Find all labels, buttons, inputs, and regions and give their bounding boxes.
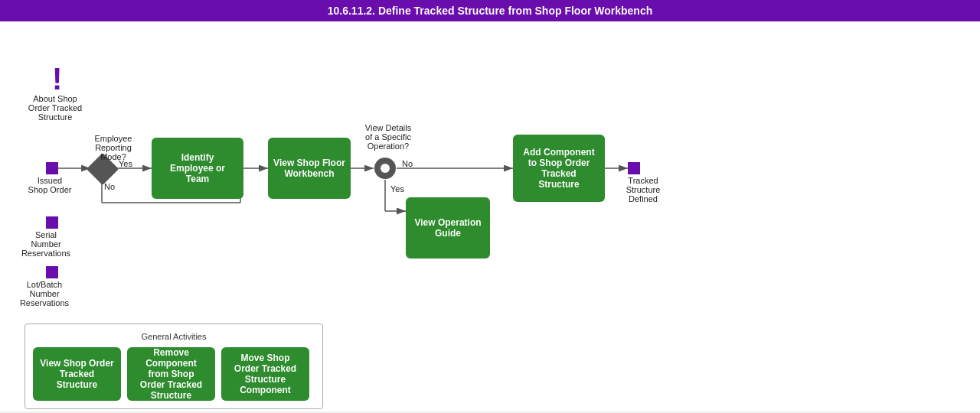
header: 10.6.11.2. Define Tracked Structure from… [0, 0, 980, 21]
header-title: 10.6.11.2. Define Tracked Structure from… [328, 5, 653, 17]
general-activities-title: General Activities [33, 332, 315, 341]
add-component-box[interactable]: Add Componentto Shop OrderTrackedStructu… [513, 135, 605, 202]
issued-shop-order-node [46, 162, 58, 174]
employee-mode-label: EmployeeReportingMode? [83, 134, 144, 161]
view-operation-box[interactable]: View OperationGuide [406, 197, 490, 259]
general-item-view[interactable]: View Shop OrderTrackedStructure [33, 347, 121, 401]
general-activities-container: General Activities View Shop OrderTracke… [24, 324, 323, 409]
no-label-1: No [104, 182, 115, 191]
identify-employee-box[interactable]: IdentifyEmployee orTeam [152, 138, 243, 199]
serial-reservations-label: SerialNumberReservations [15, 230, 77, 258]
exclaim-icon: ! [52, 63, 62, 94]
lot-reservations-node [46, 266, 58, 278]
general-item-remove[interactable]: RemoveComponentfrom ShopOrder TrackedStr… [127, 347, 215, 401]
lot-reservations-label: Lot/BatchNumberReservations [14, 280, 75, 307]
view-shop-floor-box[interactable]: View Shop FloorWorkbench [268, 138, 351, 199]
tracked-defined-label: TrackedStructureDefined [616, 176, 670, 203]
yes-label-1: Yes [119, 159, 132, 168]
no-label-2: No [402, 159, 413, 168]
yes-label-2: Yes [390, 184, 404, 193]
serial-reservations-node [46, 216, 58, 229]
about-label: About ShopOrder TrackedStructure [24, 94, 86, 122]
tracked-defined-node [628, 162, 640, 174]
general-item-move[interactable]: Move ShopOrder TrackedStructureComponent [221, 347, 309, 401]
view-details-label: View Detailsof a SpecificOperation? [354, 123, 423, 151]
issued-shop-order-label: IssuedShop Order [23, 176, 77, 194]
view-details-circle [374, 158, 396, 179]
